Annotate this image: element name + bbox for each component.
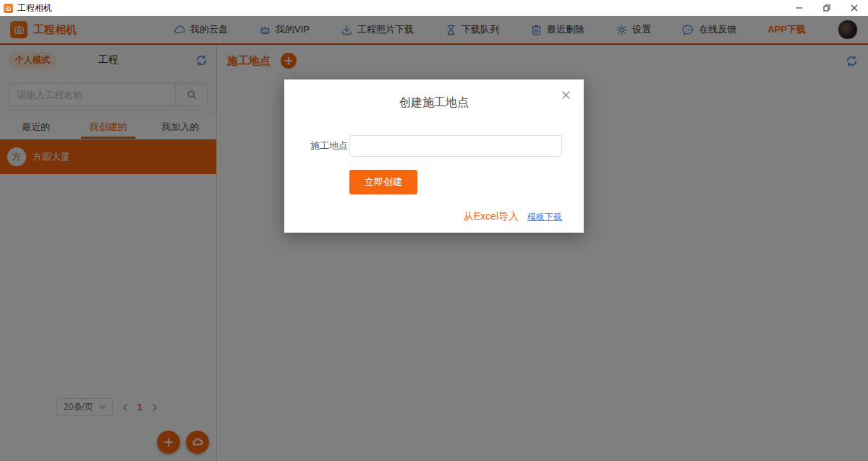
app-logo-icon bbox=[4, 4, 13, 13]
window-titlebar: 工程相机 bbox=[0, 0, 868, 16]
template-download-link[interactable]: 模板下载 bbox=[527, 211, 562, 223]
window-title: 工程相机 bbox=[17, 2, 52, 14]
dialog-close-button[interactable] bbox=[560, 89, 572, 101]
close-button[interactable] bbox=[841, 0, 868, 16]
app-window: 工程相机 我的云盘 我的VIP 工程照片下载 下载队列 最近删除 bbox=[0, 16, 868, 461]
minimize-button[interactable] bbox=[786, 0, 813, 16]
restore-button[interactable] bbox=[813, 0, 841, 16]
site-field-label: 施工地点 bbox=[310, 139, 349, 152]
close-icon bbox=[562, 91, 570, 99]
create-now-button[interactable]: 立即创建 bbox=[349, 170, 417, 194]
site-name-input[interactable] bbox=[349, 135, 562, 157]
import-from-excel-link[interactable]: 从Excel导入 bbox=[464, 210, 519, 223]
create-site-dialog: 创建施工地点 施工地点 立即创建 从Excel导入 模板下载 bbox=[284, 79, 584, 233]
dialog-title: 创建施工地点 bbox=[284, 79, 584, 111]
